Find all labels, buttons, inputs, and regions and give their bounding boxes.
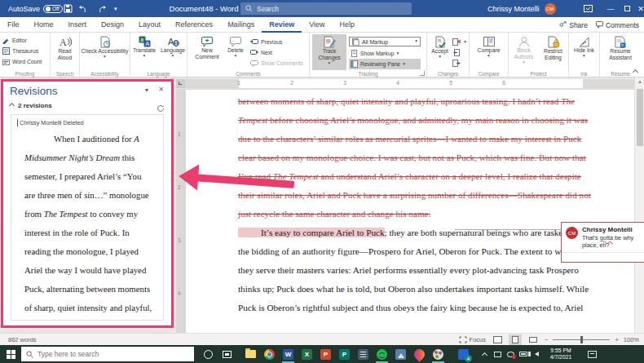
start-button[interactable]: [0, 345, 21, 363]
horizontal-ruler[interactable]: 1 2 3 4 5 6: [176, 79, 634, 88]
tray-audio-device-button[interactable]: [504, 345, 517, 363]
paint-taskbar-button[interactable]: [429, 345, 448, 363]
tab-layout[interactable]: Layout: [131, 17, 168, 33]
collapse-revisions-icon[interactable]: [9, 103, 15, 108]
translate-button[interactable]: aA Translate ▾: [131, 34, 158, 70]
close-button[interactable]: ✕: [635, 0, 644, 17]
task-view-button[interactable]: [218, 345, 236, 363]
language-button[interactable]: A Language ▾: [160, 34, 187, 70]
reviewing-pane-button[interactable]: Reviewing Pane ▾: [349, 59, 421, 69]
scroll-up-icon[interactable]: ▲: [635, 79, 644, 84]
hide-ink-button[interactable]: Hide Ink ▾: [571, 34, 598, 70]
comment-card[interactable]: CM Chrissy Montelli That’s gotta be whyp…: [561, 222, 644, 263]
save-button[interactable]: [64, 0, 73, 17]
undo-button[interactable]: ▾: [77, 0, 90, 17]
action-center-button[interactable]: [585, 345, 598, 363]
taskbar-search-input[interactable]: [37, 350, 176, 358]
tab-home[interactable]: Home: [27, 17, 61, 33]
tab-stop-selector[interactable]: [176, 79, 185, 88]
revisions-pane-close-icon[interactable]: ×: [159, 84, 164, 94]
zoom-in-button[interactable]: +: [615, 336, 618, 343]
read-mode-button[interactable]: [491, 334, 504, 345]
restrict-editing-label: Restrict Editing: [540, 48, 567, 61]
revision-item[interactable]: Chrissy Montelli Deleted When I audition…: [11, 114, 164, 321]
previous-comment-button[interactable]: Previous: [248, 37, 306, 47]
powerpoint-icon: P: [320, 349, 331, 360]
excel-taskbar-button[interactable]: X: [298, 345, 316, 363]
resume-assistant-label: Resume Assistant: [602, 48, 639, 61]
tray-expand-button[interactable]: [478, 345, 491, 363]
revisions-pane-menu-icon[interactable]: ▾: [145, 86, 148, 94]
photos-taskbar-button[interactable]: [391, 345, 410, 363]
zoom-out-button[interactable]: −: [545, 336, 548, 343]
autosave-switch[interactable]: Off: [43, 5, 63, 13]
zoom-slider-thumb[interactable]: [580, 336, 583, 343]
accept-button[interactable]: Accept ▾: [430, 34, 450, 70]
redo-button[interactable]: [98, 0, 108, 17]
tray-volume-button[interactable]: [530, 345, 543, 363]
tab-insert[interactable]: Insert: [61, 17, 95, 33]
tab-mailings[interactable]: Mailings: [220, 17, 262, 33]
check-accessibility-button[interactable]: Check Accessibility ▾: [82, 34, 129, 70]
editor-button[interactable]: Editor: [0, 35, 50, 46]
resume-assistant-button[interactable]: in Resume Assistant: [602, 34, 639, 70]
tab-file[interactable]: File: [0, 17, 27, 33]
show-markup-button[interactable]: Show Markup ▾: [349, 48, 421, 59]
zoom-level[interactable]: 100%: [624, 336, 639, 343]
collapse-ribbon-button[interactable]: [629, 67, 641, 75]
publisher-taskbar-button[interactable]: P: [335, 345, 354, 363]
share-button[interactable]: Share: [559, 21, 588, 29]
zoom-slider[interactable]: [553, 339, 610, 340]
tab-view[interactable]: View: [302, 17, 332, 33]
spotify-taskbar-button[interactable]: [373, 345, 391, 363]
read-aloud-button[interactable]: A Read Aloud: [51, 34, 79, 70]
autosave-toggle[interactable]: AutoSave Off: [8, 0, 63, 17]
tab-help[interactable]: Help: [333, 17, 363, 33]
tab-design[interactable]: Design: [94, 17, 131, 33]
focus-mode-button[interactable]: Focus: [459, 336, 486, 343]
paint3d-taskbar-button[interactable]: [410, 345, 429, 363]
print-layout-button[interactable]: [509, 334, 522, 345]
tracking-dialog-launcher[interactable]: [420, 71, 425, 76]
restrict-editing-button[interactable]: Restrict Editing: [540, 34, 567, 70]
taskbar-clock[interactable]: 9:55 PM 4/7/2021: [543, 348, 579, 361]
vertical-scrollbar[interactable]: ▲: [634, 77, 644, 333]
hide-ink-dropdown-icon: ▾: [583, 54, 585, 59]
your-phone-taskbar-button[interactable]: 4: [454, 345, 473, 363]
customize-quick-access-icon[interactable]: ▾: [114, 0, 117, 17]
new-comment-button[interactable]: New Comment: [191, 34, 223, 70]
thesaurus-button[interactable]: Thesaurus: [0, 46, 50, 56]
scrollbar-thumb[interactable]: [637, 89, 643, 146]
minimize-button[interactable]: —: [605, 0, 616, 17]
reject-button[interactable]: ▾: [450, 37, 469, 47]
word-count-button[interactable]: Word Count: [0, 56, 50, 67]
compare-button[interactable]: Compare ▾: [471, 34, 507, 70]
undo-dropdown-icon[interactable]: ▾: [87, 7, 90, 11]
cortana-button[interactable]: [199, 345, 218, 363]
tray-pc-button[interactable]: [491, 345, 504, 363]
word-taskbar-button[interactable]: W: [279, 345, 298, 363]
calculator-taskbar-button[interactable]: [354, 345, 373, 363]
vertical-ruler[interactable]: 1 2 3 4: [176, 89, 185, 333]
web-layout-button[interactable]: [527, 334, 540, 345]
display-for-review-select[interactable]: All Markup ▾: [349, 37, 421, 46]
taskbar-search-box[interactable]: [21, 347, 194, 361]
word-count-status[interactable]: 862 words: [8, 336, 37, 343]
document-page[interactable]: between moments of sharp, quiet intensit…: [186, 90, 634, 333]
chrome-button[interactable]: [260, 345, 279, 363]
restore-button[interactable]: [621, 0, 633, 17]
title-search-box[interactable]: Search: [240, 2, 412, 15]
tab-references[interactable]: References: [168, 17, 220, 33]
tab-review[interactable]: Review: [262, 17, 302, 33]
ribbon-display-options-button[interactable]: [582, 0, 593, 17]
comments-button[interactable]: Comments: [596, 21, 639, 29]
revisions-summary[interactable]: 2 revisions: [10, 102, 52, 109]
next-change-button[interactable]: [450, 58, 469, 69]
account-button[interactable]: Chrissy Montelli CM: [487, 0, 556, 17]
delete-comment-button[interactable]: Delete ▾: [223, 34, 248, 70]
track-changes-button[interactable]: Track Changes ▾: [312, 34, 346, 70]
file-explorer-button[interactable]: [241, 345, 260, 363]
powerpoint-taskbar-button[interactable]: P: [316, 345, 335, 363]
previous-change-button[interactable]: [450, 47, 469, 58]
next-comment-button[interactable]: Next: [248, 47, 306, 58]
